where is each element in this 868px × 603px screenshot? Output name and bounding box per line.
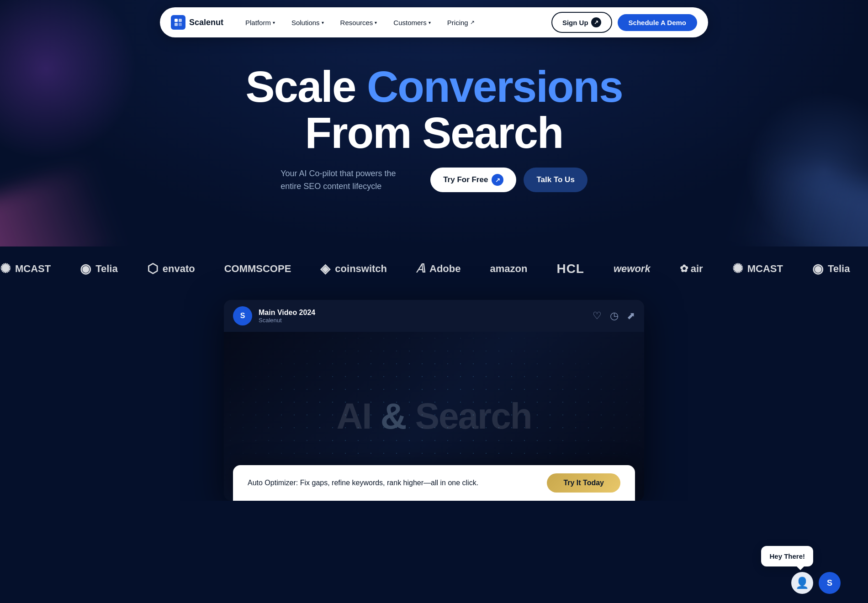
video-actions: ♡ ◷ ⬈ [593,310,635,322]
brand-commscope: COMMSCOPE [224,263,291,275]
talk-to-us-button[interactable]: Talk To Us [524,168,587,192]
logo-icon [171,15,185,30]
chevron-down-icon: ▾ [429,20,431,25]
external-link-icon: ↗ [470,19,475,26]
signup-button[interactable]: Sign Up ↗ [551,12,612,33]
svg-rect-1 [179,19,182,22]
brand-hcl: HCL [556,262,584,276]
hero-buttons: Try For Free ↗ Talk To Us [430,168,587,192]
try-today-button[interactable]: Try It Today [547,473,620,493]
svg-rect-3 [179,23,182,26]
hero-title-line2: From Search [0,110,868,156]
video-section: S Main Video 2024 Scalenut ♡ ◷ ⬈ AI & Se… [0,291,868,501]
brand-amazon: amazon [490,263,527,275]
hero-subtitle-row: Your AI Co-pilot that powers the entire … [0,167,868,194]
cta-banner: Auto Optimizer: Fix gaps, refine keyword… [233,465,635,501]
logo-text: Scalenut [189,18,223,27]
heart-icon[interactable]: ♡ [593,310,602,322]
brand-telia-dup: ◉ Telia [812,261,850,276]
navbar: Scalenut Platform ▾ Solutions ▾ Resource… [160,7,708,37]
hero-title: Scale Conversions From Search [0,64,868,156]
try-free-button[interactable]: Try For Free ↗ [430,168,516,192]
nav-resources[interactable]: Resources ▾ [333,15,385,30]
demo-button[interactable]: Schedule A Demo [618,14,697,31]
signup-arrow-icon: ↗ [591,17,601,27]
video-thumb-text: AI & Search [336,395,531,437]
brand-telia: ◉ Telia [80,261,118,276]
nav-actions: Sign Up ↗ Schedule A Demo [551,12,697,33]
nav-links: Platform ▾ Solutions ▾ Resources ▾ Custo… [238,15,551,30]
video-title-row: S Main Video 2024 Scalenut [233,306,315,325]
video-title: Main Video 2024 [259,309,315,317]
brand-envato: ⬡ envato [147,261,195,276]
cta-banner-text: Auto Optimizer: Fix gaps, refine keyword… [248,479,478,487]
logo[interactable]: Scalenut [171,15,223,30]
chevron-down-icon: ▾ [375,20,377,25]
svg-rect-2 [175,23,178,26]
chevron-down-icon: ▾ [273,20,275,25]
nav-pricing[interactable]: Pricing ↗ [440,15,482,30]
logos-track: ✺ MCAST ◉ Telia ⬡ envato COMMSCOPE ◈ coi… [0,261,868,276]
hero-title-scale: Scale [245,62,355,111]
clock-icon[interactable]: ◷ [610,310,619,322]
nav-solutions[interactable]: Solutions ▾ [284,15,331,30]
video-channel-avatar: S [233,306,252,325]
brand-adobe: 𝔸 Adobe [416,262,460,276]
brand-air: ✿ air [680,263,703,275]
comcast-icon: ✺ [0,261,11,276]
svg-rect-0 [175,19,178,22]
brand-wework: wework [614,263,651,275]
coinswitch-icon: ◈ [320,261,330,276]
try-arrow-icon: ↗ [492,174,503,186]
share-icon[interactable]: ⬈ [627,310,635,322]
nav-platform[interactable]: Platform ▾ [238,15,282,30]
brand-coinswitch: ◈ coinswitch [320,261,387,276]
hero-title-conversions: Conversions [367,62,622,111]
telia-icon: ◉ [80,261,91,276]
logos-section: ✺ MCAST ◉ Telia ⬡ envato COMMSCOPE ◈ coi… [0,246,868,291]
video-header: S Main Video 2024 Scalenut ♡ ◷ ⬈ [224,300,644,332]
adobe-icon: 𝔸 [416,262,425,276]
video-container: S Main Video 2024 Scalenut ♡ ◷ ⬈ AI & Se… [224,300,644,501]
hero-subtitle: Your AI Co-pilot that powers the entire … [281,167,408,194]
envato-icon: ⬡ [147,261,158,276]
brand-comcast-dup: ✺ MCAST [732,261,783,276]
brand-comcast: ✺ MCAST [0,261,51,276]
video-channel-name: Scalenut [259,317,315,324]
nav-customers[interactable]: Customers ▾ [386,15,438,30]
chevron-down-icon: ▾ [322,20,324,25]
